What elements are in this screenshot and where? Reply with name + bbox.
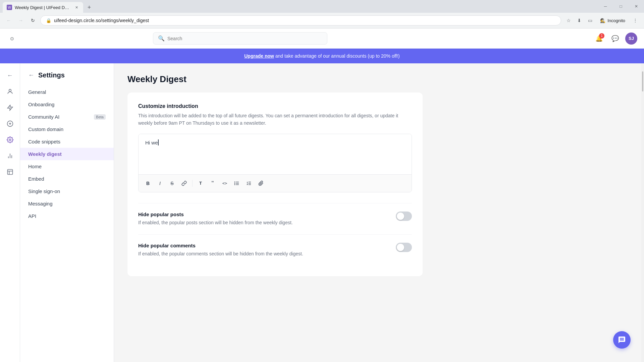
svg-point-16 [234,184,235,185]
incognito-label: Incognito [607,18,625,23]
sidebar-item-custom-domain[interactable]: Custom domain [20,123,114,135]
download-icon[interactable]: ⬇ [575,16,584,25]
hide-popular-comments-info: Hide popular comments If enabled, the po… [138,243,303,257]
screen-cast-icon[interactable]: ▭ [585,16,595,25]
sidebar-item-label-custom-domain: Custom domain [28,126,63,132]
sidebar-item-api[interactable]: API [20,210,114,222]
new-tab-button[interactable]: + [85,3,94,12]
sidebar-billing-button[interactable] [3,117,17,130]
hide-popular-posts-toggle[interactable] [396,212,412,221]
scrollbar[interactable] [641,63,644,362]
main-content: Weekly Digest Customize introduction Thi… [114,63,641,362]
scrollbar-thumb [642,71,643,92]
beta-badge: Beta [94,114,106,120]
strikethrough-button[interactable]: S [167,178,177,189]
sidebar-item-messaging[interactable]: Messaging [20,197,114,210]
sidebar-settings-button[interactable] [3,133,17,146]
sidebar-item-community-ai[interactable]: Community AI Beta [20,111,114,123]
sidebar-layout-button[interactable] [3,165,17,179]
header-actions: 🔔 1 💬 SJ [593,33,637,45]
hide-popular-comments-toggle[interactable] [396,243,412,252]
search-input[interactable] [167,36,322,41]
numbered-list-button[interactable] [244,178,254,189]
back-button[interactable]: ← [4,16,13,25]
tab-close-button[interactable]: ✕ [74,5,79,10]
browser-actions: ☆ ⬇ ▭ 🕵 Incognito ⋮ [564,16,640,25]
close-window-button[interactable]: ✕ [629,1,644,12]
sidebar-item-general[interactable]: General [20,86,114,98]
sidebar-item-label-home: Home [28,164,42,169]
tab-title: Weekly Digest | UIFeed Design [15,5,71,10]
incognito-icon: 🕵 [600,18,605,23]
cursor [158,139,159,145]
icon-sidebar: ← [0,63,20,362]
hide-popular-posts-info: Hide popular posts If enabled, the popul… [138,212,293,226]
editor-content-area[interactable]: Hi we [139,134,412,174]
hide-popular-posts-section: Hide popular posts If enabled, the popul… [138,203,412,234]
sidebar-analytics-button[interactable] [3,149,17,163]
refresh-button[interactable]: ↻ [28,16,38,25]
bold-button[interactable]: B [143,178,153,189]
sidebar-item-onboarding[interactable]: Onboarding [20,98,114,111]
hide-popular-comments-title: Hide popular comments [138,243,303,248]
editor-text: Hi we [145,140,158,145]
sidebar-item-label-messaging: Messaging [28,201,53,206]
code-button[interactable]: <> [219,178,230,189]
tab-favicon: W [7,5,12,10]
sidebar-users-button[interactable] [3,85,17,98]
svg-point-15 [234,183,235,183]
bookmark-icon[interactable]: ☆ [564,16,573,25]
sidebar-item-home[interactable]: Home [20,160,114,173]
bullet-list-button[interactable] [231,178,242,189]
sidebar-item-weekly-digest[interactable]: Weekly digest [20,148,114,160]
italic-button[interactable]: I [155,178,165,189]
sidebar-item-label-community-ai: Community AI [28,114,59,120]
attachment-button[interactable] [256,178,266,189]
search-icon: 🔍 [158,35,165,42]
menu-button[interactable]: ⋮ [631,16,640,25]
sidebar-back-button[interactable]: ← [3,69,17,82]
avatar[interactable]: SJ [625,33,637,45]
incognito-button[interactable]: 🕵 Incognito [596,17,629,24]
maximize-button[interactable]: □ [613,1,629,12]
chat-fab-button[interactable] [613,331,631,349]
hide-popular-posts-desc: If enabled, the popular posts section wi… [138,219,293,226]
search-bar[interactable]: 🔍 [153,32,327,45]
browser-tab[interactable]: W Weekly Digest | UIFeed Design ✕ [3,2,83,13]
forward-button[interactable]: → [16,16,25,25]
app-logo[interactable]: ⊙ [7,33,17,44]
content-card: Customize introduction This introduction… [127,93,423,276]
settings-back-button[interactable]: ← [28,72,34,79]
editor-container: Hi we B I S T " <> [138,134,412,192]
svg-rect-8 [7,170,12,175]
sidebar-item-single-sign-on[interactable]: Single sign-on [20,185,114,197]
sidebar-item-label-single-sign-on: Single sign-on [28,188,60,194]
toolbar-separator-1 [192,180,193,187]
hide-popular-comments-section: Hide popular comments If enabled, the po… [138,234,412,265]
minimize-button[interactable]: ─ [598,1,613,12]
sidebar-item-label-general: General [28,89,46,95]
sidebar-item-label-embed: Embed [28,176,44,182]
browser-chrome: W Weekly Digest | UIFeed Design ✕ + ─ □ … [0,0,644,28]
quote-button[interactable]: " [207,178,218,189]
sidebar-item-label-code-snippets: Code snippets [28,139,60,144]
upgrade-banner: Upgrade now and take advantage of our an… [0,49,644,63]
text-style-button[interactable]: T [195,178,206,189]
sidebar-item-embed[interactable]: Embed [20,173,114,185]
messages-button[interactable]: 💬 [609,33,621,45]
notifications-button[interactable]: 🔔 1 [593,33,605,45]
sidebar-item-label-api: API [28,213,36,219]
svg-point-0 [9,89,11,92]
toggle-knob [397,213,404,220]
notification-badge: 1 [599,33,604,39]
customize-introduction-section: Customize introduction This introduction… [138,103,412,192]
app-header: ⊙ 🔍 🔔 1 💬 SJ [0,28,644,49]
customize-intro-desc: This introduction will be added to the t… [138,112,412,127]
address-bar[interactable]: 🔒 uifeed-design.circle.so/settings/weekl… [40,15,561,25]
link-button[interactable] [179,178,190,189]
settings-title-area: ← Settings [20,71,114,86]
hide-popular-comments-desc: If enabled, the popular comments section… [138,250,303,257]
sidebar-activity-button[interactable] [3,101,17,114]
sidebar-item-code-snippets[interactable]: Code snippets [20,135,114,148]
upgrade-link[interactable]: Upgrade now [244,53,274,59]
